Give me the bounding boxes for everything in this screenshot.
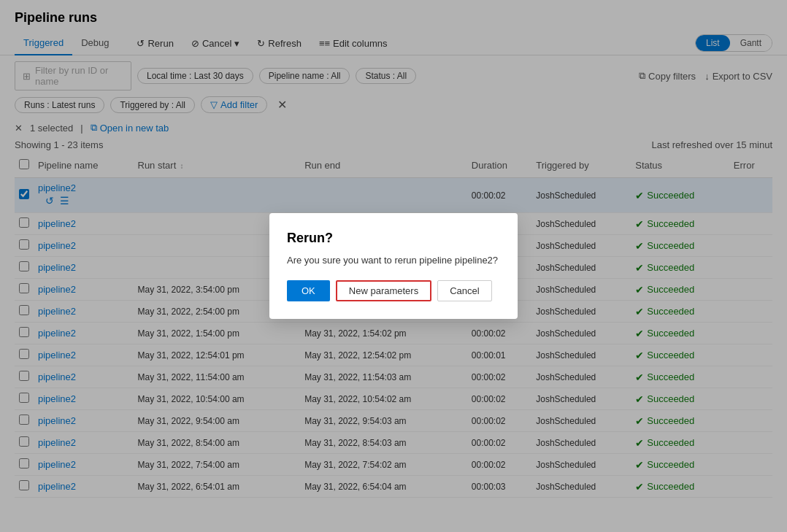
pipeline-runs-page: Pipeline runs Triggered Debug ↺ Rerun ⊘ … (0, 0, 787, 532)
modal-ok-button[interactable]: OK (287, 280, 330, 301)
modal-cancel-button[interactable]: Cancel (437, 280, 491, 301)
rerun-modal: Rerun? Are you sure you want to rerun pi… (269, 213, 518, 319)
modal-new-parameters-button[interactable]: New parameters (336, 280, 431, 301)
modal-overlay: Rerun? Are you sure you want to rerun pi… (0, 0, 787, 532)
modal-title: Rerun? (287, 231, 500, 246)
modal-actions: OK New parameters Cancel (287, 280, 500, 301)
modal-body: Are you sure you want to rerun pipeline … (287, 255, 500, 266)
